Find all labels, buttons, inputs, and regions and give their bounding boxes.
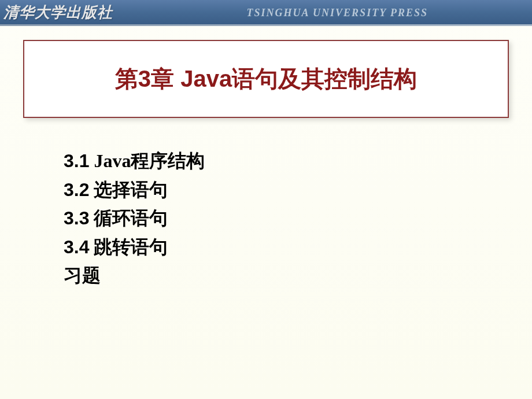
toc-number: 3.3 <box>64 208 89 228</box>
chapter-title-box: 第3章 Java语句及其控制结构 <box>23 40 509 118</box>
toc-item: 3.2 选择语句 <box>64 176 532 205</box>
chapter-title: 第3章 Java语句及其控制结构 <box>36 63 496 95</box>
toc-item: 习题 <box>64 261 532 290</box>
toc-text: 选择语句 <box>94 179 168 200</box>
toc-text: 跳转语句 <box>94 237 168 257</box>
table-of-contents: 3.1 Java程序结构 3.2 选择语句 3.3 循环语句 3.4 跳转语句 … <box>64 147 532 290</box>
toc-text: 循环语句 <box>94 208 168 228</box>
toc-number: 3.4 <box>64 237 89 257</box>
toc-text: Java程序结构 <box>94 150 205 171</box>
toc-item: 3.4 跳转语句 <box>64 233 532 262</box>
toc-number: 3.2 <box>64 179 89 200</box>
header-underline <box>0 24 532 26</box>
header-bar: 清华大学出版社 TSINGHUA UNIVERSITY PRESS <box>0 0 532 24</box>
toc-text: 习题 <box>64 265 101 286</box>
toc-item: 3.1 Java程序结构 <box>64 147 532 176</box>
toc-number: 3.1 <box>64 150 89 171</box>
publisher-logo-cn: 清华大学出版社 <box>0 2 113 23</box>
publisher-logo-en: TSINGHUA UNIVERSITY PRESS <box>247 7 428 19</box>
toc-item: 3.3 循环语句 <box>64 204 532 233</box>
